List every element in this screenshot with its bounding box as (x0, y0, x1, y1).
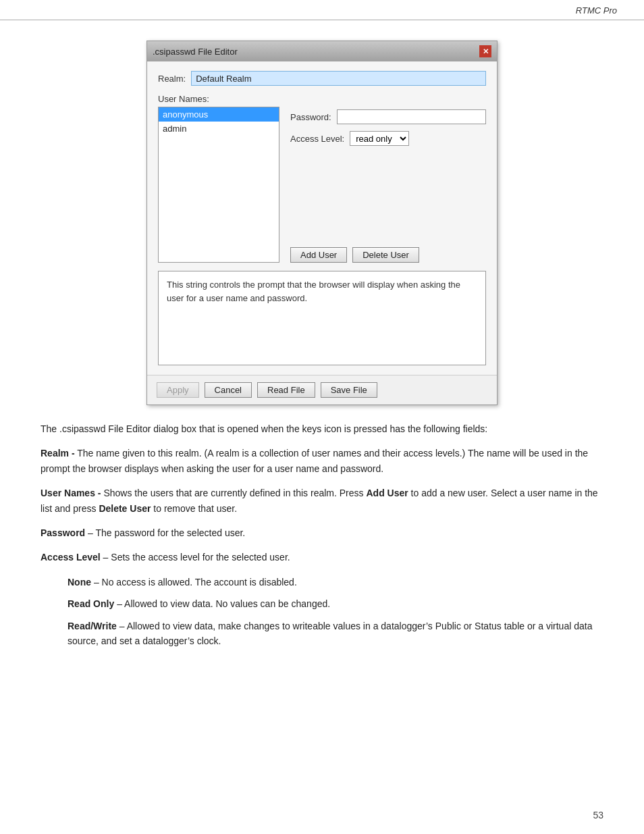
realm-text: The name given to this realm. (A realm i… (41, 448, 588, 473)
realm-heading: Realm - (41, 448, 75, 459)
none-text: – No access is allowed. The account is d… (91, 577, 297, 588)
page-header: RTMC Pro (0, 0, 644, 20)
dialog-titlebar: .csipasswd File Editor ✕ (147, 41, 497, 61)
delete-user-button[interactable]: Delete User (352, 247, 419, 263)
user-details: Password: Access Level: read only none r… (290, 107, 486, 263)
intro-paragraph: The .csipasswd File Editor dialog box th… (41, 421, 603, 436)
add-user-button[interactable]: Add User (290, 247, 347, 263)
realm-paragraph: Realm - The name given to this realm. (A… (41, 446, 603, 476)
description-text: This string controls the prompt that the… (167, 280, 460, 303)
dialog-title: .csipasswd File Editor (153, 47, 238, 57)
password-row: Password: (290, 109, 486, 124)
password-text: – The password for the selected user. (85, 527, 245, 538)
read-only-text: – Allowed to view data. No values can be… (114, 598, 330, 609)
access-level-paragraph: Access Level – Sets the access level for… (41, 550, 603, 565)
user-names-text: Shows the users that are currently defin… (101, 488, 367, 498)
password-input[interactable] (337, 109, 486, 124)
read-only-heading: Read Only (68, 598, 114, 609)
user-names-label: User Names: (158, 94, 486, 104)
header-title: RTMC Pro (576, 5, 617, 16)
access-level-text: – Sets the access level for the selected… (101, 552, 290, 563)
dialog-wrapper: .csipasswd File Editor ✕ Realm: User Nam… (41, 41, 603, 405)
none-heading: None (68, 577, 91, 588)
password-label: Password: (290, 112, 331, 122)
access-level-label: Access Level: (290, 134, 344, 144)
realm-row: Realm: (158, 71, 486, 86)
user-names-heading: User Names - (41, 488, 101, 498)
read-write-text: – Allowed to view data, make changes to … (68, 621, 592, 646)
user-names-paragraph: User Names - Shows the users that are cu… (41, 486, 603, 516)
access-level-heading: Access Level (41, 552, 101, 563)
apply-button[interactable]: Apply (157, 382, 199, 398)
read-file-button[interactable]: Read File (257, 382, 315, 398)
delete-user-bold: Delete User (99, 503, 151, 514)
page-number: 53 (593, 810, 603, 820)
read-write-heading: Read/Write (68, 621, 117, 631)
user-names-text3: to remove that user. (151, 503, 237, 514)
read-write-paragraph: Read/Write – Allowed to view data, make … (68, 619, 603, 649)
description-box: This string controls the prompt that the… (158, 271, 486, 365)
read-only-paragraph: Read Only – Allowed to view data. No val… (68, 596, 603, 611)
realm-input[interactable] (191, 71, 486, 86)
dialog-body: Realm: User Names: anonymous admin (147, 61, 497, 375)
dialog: .csipasswd File Editor ✕ Realm: User Nam… (146, 41, 498, 405)
user-section: anonymous admin Password: Access Level: (158, 107, 486, 263)
dialog-footer: Apply Cancel Read File Save File (147, 375, 497, 405)
cancel-button[interactable]: Cancel (205, 382, 252, 398)
user-list-item[interactable]: admin (159, 122, 279, 136)
user-list-item[interactable]: anonymous (159, 107, 279, 122)
realm-label: Realm: (158, 74, 186, 84)
save-file-button[interactable]: Save File (321, 382, 377, 398)
access-level-row: Access Level: read only none read/write (290, 131, 486, 146)
password-heading: Password (41, 527, 85, 538)
password-paragraph: Password – The password for the selected… (41, 525, 603, 540)
access-level-select[interactable]: read only none read/write (350, 131, 409, 146)
add-user-bold: Add User (366, 488, 408, 498)
user-buttons: Add User Delete User (290, 153, 486, 263)
dialog-close-button[interactable]: ✕ (479, 45, 491, 57)
none-paragraph: None – No access is allowed. The account… (68, 575, 603, 590)
user-list: anonymous admin (158, 107, 279, 263)
